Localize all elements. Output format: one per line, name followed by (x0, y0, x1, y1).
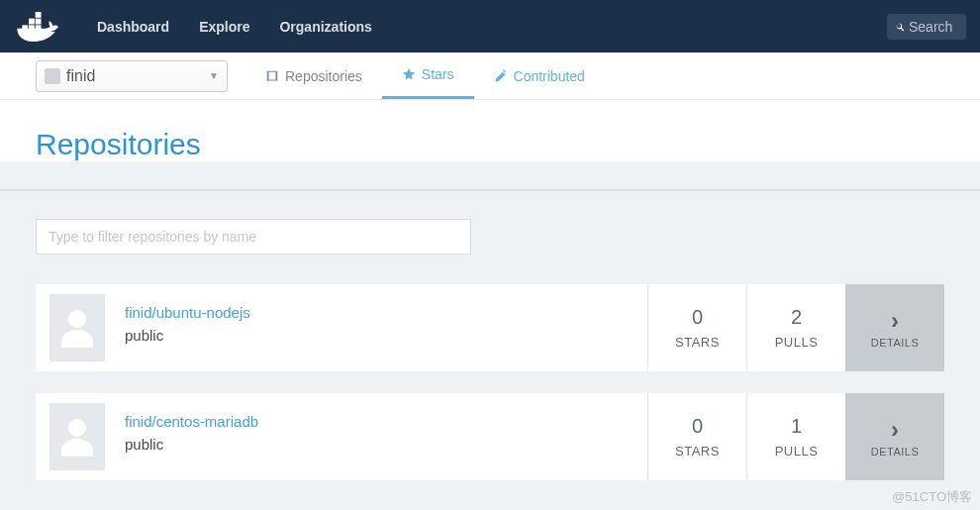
repo-meta: finid/centos-mariadb public (105, 393, 647, 480)
svg-rect-5 (36, 12, 42, 18)
repo-visibility: public (125, 436, 647, 453)
repo-card: finid/ubuntu-nodejs public 0 STARS 2 PUL… (36, 284, 944, 371)
watermark: @51CTO博客 (892, 488, 972, 506)
search-box[interactable] (887, 14, 966, 40)
chevron-right-icon: › (891, 416, 899, 444)
pulls-count: 1 (791, 415, 802, 438)
svg-rect-3 (29, 18, 35, 24)
repo-name-link[interactable]: finid/ubuntu-nodejs (125, 304, 647, 321)
stat-stars: 0 STARS (647, 393, 746, 480)
tab-label: Contributed (514, 68, 585, 84)
repo-meta: finid/ubuntu-nodejs public (105, 284, 647, 371)
sub-nav: finid ▼ Repositories Stars Contributed (0, 52, 980, 100)
repo-card: finid/centos-mariadb public 0 STARS 1 PU… (36, 393, 944, 480)
search-icon (895, 20, 905, 34)
tab-contributed[interactable]: Contributed (474, 52, 605, 99)
stat-pulls: 2 PULLS (746, 284, 845, 371)
details-label: DETAILS (871, 337, 920, 349)
pulls-label: PULLS (775, 335, 819, 350)
stars-count: 0 (692, 415, 703, 438)
repo-avatar-icon (49, 294, 105, 361)
stat-stars: 0 STARS (647, 284, 746, 371)
tab-label: Repositories (285, 68, 362, 84)
stat-pulls: 1 PULLS (746, 393, 845, 480)
top-nav: Dashboard Explore Organizations (0, 0, 980, 52)
caret-down-icon: ▼ (209, 70, 219, 81)
tabs: Repositories Stars Contributed (245, 52, 605, 99)
svg-rect-4 (36, 18, 42, 24)
stars-label: STARS (675, 335, 720, 350)
user-dropdown-name: finid (66, 67, 209, 85)
star-icon (402, 67, 416, 81)
stars-label: STARS (675, 444, 720, 459)
pulls-label: PULLS (775, 444, 819, 459)
docker-logo (14, 8, 63, 46)
user-dropdown[interactable]: finid ▼ (36, 60, 228, 92)
repo-avatar-icon (49, 403, 105, 470)
pulls-count: 2 (791, 306, 802, 329)
repo-section: finid/ubuntu-nodejs public 0 STARS 2 PUL… (0, 189, 980, 500)
tab-label: Stars (422, 66, 454, 82)
filter-input[interactable] (36, 219, 471, 255)
details-button[interactable]: › DETAILS (845, 284, 944, 371)
nav-links: Dashboard Explore Organizations (83, 11, 386, 43)
details-label: DETAILS (871, 446, 920, 458)
nav-dashboard[interactable]: Dashboard (83, 11, 183, 43)
nav-organizations[interactable]: Organizations (265, 11, 385, 43)
edit-icon (494, 69, 508, 83)
page-header: Repositories (0, 100, 980, 161)
tab-stars[interactable]: Stars (382, 52, 474, 99)
book-icon (265, 69, 279, 83)
nav-explore[interactable]: Explore (185, 11, 263, 43)
repo-visibility: public (125, 327, 647, 344)
stars-count: 0 (692, 306, 703, 329)
page-title: Repositories (36, 128, 944, 161)
tab-repositories[interactable]: Repositories (245, 52, 382, 99)
repo-name-link[interactable]: finid/centos-mariadb (125, 413, 647, 430)
user-avatar-icon (45, 68, 60, 84)
chevron-right-icon: › (891, 307, 899, 335)
details-button[interactable]: › DETAILS (845, 393, 944, 480)
search-input[interactable] (909, 19, 958, 35)
